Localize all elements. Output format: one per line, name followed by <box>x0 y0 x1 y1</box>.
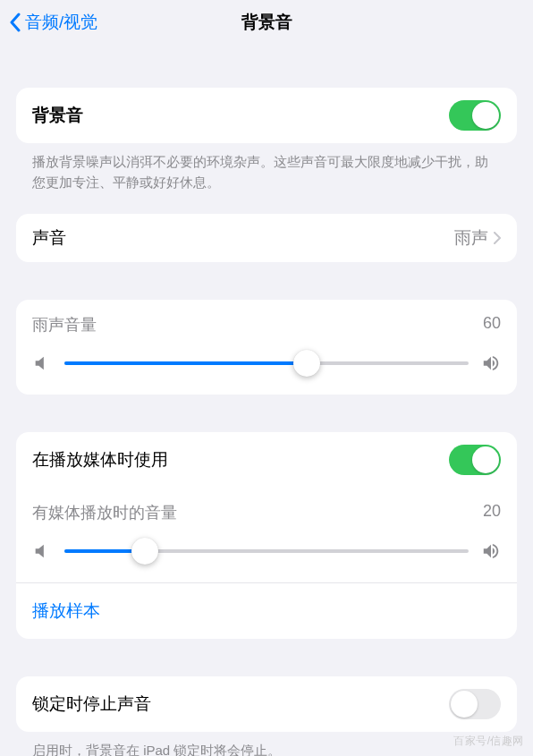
media-volume-label: 有媒体播放时的音量 <box>32 502 177 523</box>
sound-picker-row[interactable]: 声音 雨声 <box>16 214 517 262</box>
lock-stop-toggle-row: 锁定时停止声音 <box>16 676 517 732</box>
media-use-group: 在播放媒体时使用 有媒体播放时的音量 20 播放样 <box>16 432 517 639</box>
master-toggle-group: 背景音 <box>16 88 517 143</box>
chevron-right-icon <box>494 232 501 244</box>
lock-stop-toggle[interactable] <box>449 689 501 719</box>
volume-low-icon <box>32 353 52 373</box>
background-sound-toggle[interactable] <box>449 100 501 131</box>
lock-stop-label: 锁定时停止声音 <box>32 692 151 716</box>
media-volume-value: 20 <box>483 502 501 523</box>
play-sample-row: 播放样本 <box>16 582 517 639</box>
chevron-left-icon <box>9 13 21 32</box>
volume-high-icon <box>481 541 501 561</box>
rain-volume-label: 雨声音量 <box>32 314 97 336</box>
sound-picker-value: 雨声 <box>454 226 488 250</box>
media-use-toggle-row: 在播放媒体时使用 <box>16 432 517 488</box>
rain-volume-group: 雨声音量 60 <box>16 300 517 395</box>
lock-stop-description: 启用时，背景音在 iPad 锁定时将会停止。 <box>16 732 517 756</box>
lock-stop-group: 锁定时停止声音 <box>16 676 517 732</box>
media-volume-slider[interactable] <box>64 549 469 553</box>
sound-picker-label: 声音 <box>32 226 66 250</box>
background-sound-description: 播放背景噪声以消弭不必要的环境杂声。这些声音可最大限度地减少干扰，助您更加专注、… <box>16 143 517 198</box>
media-use-toggle[interactable] <box>449 445 501 475</box>
sound-picker-group: 声音 雨声 <box>16 214 517 262</box>
back-button[interactable]: 音频/视觉 <box>9 11 97 34</box>
background-sound-toggle-row: 背景音 <box>16 88 517 143</box>
volume-low-icon <box>32 541 52 561</box>
nav-bar: 音频/视觉 背景音 <box>0 0 533 45</box>
back-label: 音频/视觉 <box>25 11 97 34</box>
volume-high-icon <box>481 353 501 373</box>
rain-volume-slider[interactable] <box>64 361 469 365</box>
rain-volume-value: 60 <box>483 314 501 336</box>
play-sample-link[interactable]: 播放样本 <box>32 601 100 620</box>
background-sound-label: 背景音 <box>32 104 83 127</box>
watermark: 百家号/信趣网 <box>453 734 524 749</box>
media-use-label: 在播放媒体时使用 <box>32 448 168 471</box>
page-title: 背景音 <box>241 11 292 34</box>
